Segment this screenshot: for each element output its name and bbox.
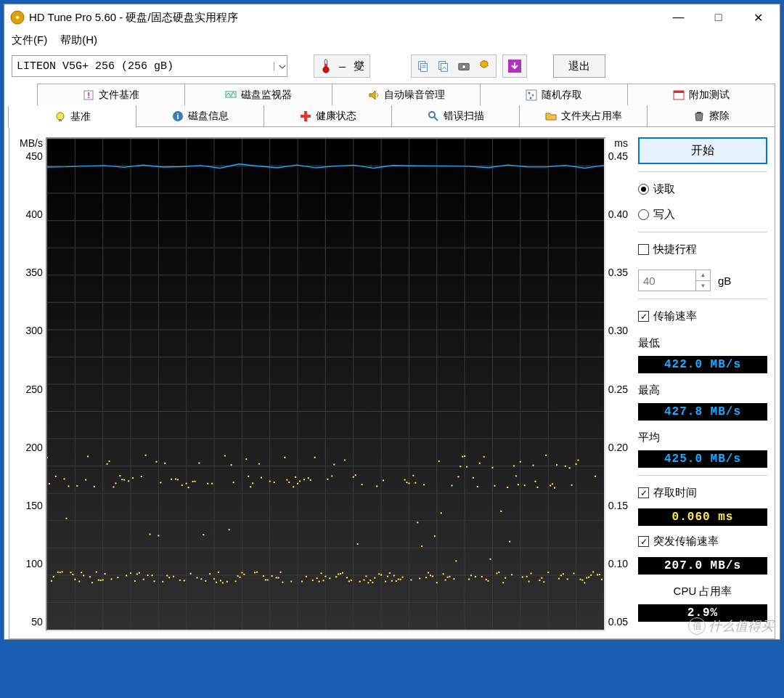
tab-extra-tests[interactable]: 附加测试	[627, 84, 775, 105]
tab-benchmark[interactable]: 基准	[8, 106, 136, 128]
short-stroke-checkbox[interactable]: 快捷行程	[638, 243, 767, 256]
start-button[interactable]: 开始	[638, 137, 767, 164]
svg-rect-281	[496, 572, 497, 574]
svg-rect-330	[601, 579, 603, 580]
svg-rect-117	[145, 455, 147, 456]
radio-checked-icon	[638, 184, 649, 195]
drive-select[interactable]: LITEON V5G+ 256 (256 gB)	[12, 55, 287, 77]
svg-rect-238	[404, 479, 405, 481]
svg-rect-89	[85, 479, 86, 481]
svg-rect-213	[351, 580, 352, 581]
svg-rect-325	[590, 575, 592, 576]
minimize-button[interactable]: —	[658, 4, 698, 31]
svg-rect-148	[211, 483, 213, 484]
svg-rect-297	[530, 572, 531, 574]
menu-help[interactable]: 帮助(H)	[60, 33, 97, 47]
svg-rect-123	[158, 535, 159, 536]
svg-rect-72	[49, 483, 50, 484]
svg-rect-99	[106, 463, 107, 465]
speaker-icon	[368, 89, 380, 101]
svg-rect-110	[130, 572, 131, 574]
svg-rect-228	[383, 479, 384, 481]
svg-rect-279	[491, 467, 493, 468]
save-icon[interactable]	[507, 59, 522, 73]
tab-info[interactable]: i磁盘信息	[136, 105, 264, 127]
svg-rect-284	[502, 582, 504, 583]
svg-rect-166	[250, 486, 251, 487]
svg-rect-272	[477, 486, 478, 487]
svg-rect-71	[47, 457, 48, 458]
mode-write-radio[interactable]: 写入	[638, 208, 767, 222]
svg-rect-126	[164, 463, 166, 464]
tab-disk-monitor[interactable]: 磁盘监视器	[184, 84, 332, 105]
tab-aam[interactable]: 自动噪音管理	[332, 84, 480, 105]
access-time-checkbox[interactable]: 存取时间	[638, 486, 767, 500]
svg-rect-219	[363, 580, 364, 581]
svg-rect-207	[338, 573, 339, 575]
svg-rect-183	[286, 479, 287, 481]
copy-image-icon[interactable]	[436, 59, 451, 73]
tab-random-access[interactable]: 随机存取	[480, 84, 628, 105]
tab-error-scan[interactable]: 错误扫描	[391, 105, 520, 127]
svg-point-19	[528, 92, 530, 94]
close-button[interactable]: ✕	[738, 4, 778, 31]
svg-rect-249	[428, 572, 429, 573]
svg-rect-234	[396, 580, 397, 582]
svg-rect-270	[473, 477, 474, 479]
transfer-rate-checkbox[interactable]: 传输速率	[638, 309, 767, 323]
screenshot-icon[interactable]	[457, 59, 471, 73]
svg-rect-243	[415, 482, 416, 484]
svg-rect-178	[275, 577, 277, 578]
svg-rect-211	[346, 577, 348, 578]
maximize-button[interactable]: □	[698, 4, 738, 31]
svg-rect-119	[149, 534, 150, 535]
svg-rect-82	[70, 572, 71, 573]
svg-rect-29	[301, 115, 311, 118]
copy-text-icon[interactable]	[416, 59, 430, 73]
right-axis: 0.450.400.350.300.250.200.150.100.05	[605, 147, 631, 630]
checkbox-checked-icon	[638, 311, 649, 322]
svg-rect-196	[314, 457, 316, 458]
tab-health[interactable]: 健康状态	[264, 105, 392, 127]
svg-rect-102	[113, 487, 114, 488]
svg-rect-81	[68, 485, 69, 487]
svg-rect-108	[126, 575, 127, 576]
mode-read-radio[interactable]: 读取	[638, 182, 767, 196]
svg-rect-104	[117, 577, 118, 578]
tab-file-benchmark[interactable]: !文件基准	[37, 84, 185, 105]
short-stroke-spinner[interactable]: 40 ▲▼	[638, 269, 711, 291]
svg-rect-276	[485, 579, 486, 580]
svg-rect-4	[325, 64, 327, 70]
svg-text:i: i	[176, 112, 179, 121]
svg-rect-319	[577, 460, 579, 461]
svg-rect-318	[575, 463, 576, 465]
menu-file[interactable]: 文件(F)	[12, 33, 47, 47]
svg-rect-273	[479, 463, 481, 464]
app-icon	[10, 10, 25, 25]
tool-group-actions	[411, 54, 497, 78]
exit-button[interactable]: 退出	[553, 54, 605, 78]
svg-rect-287	[509, 541, 510, 543]
svg-rect-261	[453, 578, 454, 580]
svg-rect-191	[303, 479, 305, 480]
svg-rect-140	[194, 481, 195, 482]
svg-rect-79	[63, 478, 65, 479]
burst-rate-checkbox[interactable]: 突发传输速率	[638, 535, 767, 548]
svg-rect-118	[147, 575, 148, 576]
svg-rect-97	[102, 579, 104, 580]
tab-erase[interactable]: 擦除	[647, 105, 775, 127]
settings-icon[interactable]	[477, 59, 491, 73]
svg-rect-215	[355, 474, 356, 476]
svg-rect-75	[55, 476, 57, 477]
svg-rect-271	[475, 576, 476, 577]
tab-folder-usage[interactable]: 文件夹占用率	[519, 105, 648, 127]
svg-rect-107	[123, 479, 125, 481]
svg-rect-153	[222, 582, 224, 583]
svg-rect-74	[53, 576, 54, 577]
svg-rect-120	[151, 575, 152, 576]
svg-rect-256	[443, 573, 444, 575]
svg-point-24	[57, 113, 64, 120]
svg-rect-130	[173, 576, 174, 577]
trash-icon	[693, 110, 705, 122]
svg-rect-95	[98, 580, 99, 581]
